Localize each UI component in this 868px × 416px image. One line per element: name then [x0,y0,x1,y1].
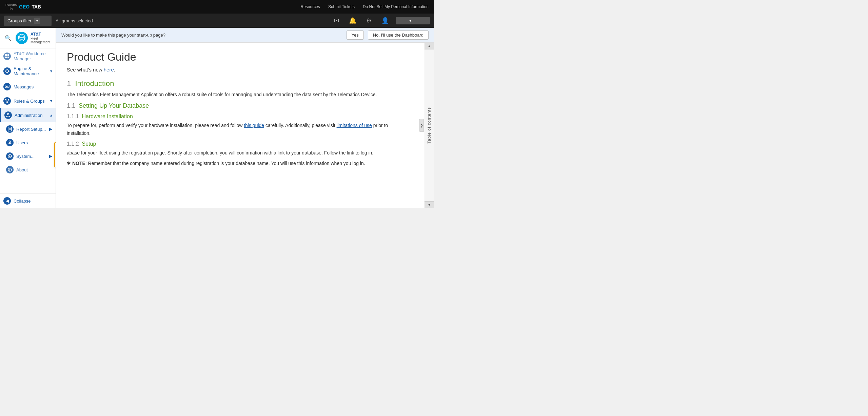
svg-point-15 [5,99,6,100]
do-not-sell-link[interactable]: Do Not Sell My Personal Information [363,4,429,9]
sidebar-item-att-workforce[interactable]: AT&T Workforce Manager [0,50,56,63]
section112-heading: 1.1.2 Setup [67,141,408,147]
sidebar-item-administration[interactable]: Administration ▴ [0,108,56,122]
svg-point-9 [6,70,8,72]
section1-title: Introduction [75,79,114,88]
email-icon-button[interactable]: ✉ [331,15,342,26]
svg-point-17 [6,102,8,103]
att-workforce-icon [3,53,11,60]
user-icon-button[interactable]: 👤 [380,15,391,26]
section112-text: abase for your fleet using the registrat… [67,149,408,157]
powered-by-text: Powered by [5,3,18,11]
toc-collapse-button[interactable]: ❯ [419,119,424,132]
system-label: System... [16,154,46,159]
toc-collapse-arrow-icon: ❯ [420,123,423,128]
svg-line-18 [6,100,7,102]
svg-rect-10 [7,69,7,70]
administration-chevron-icon: ▴ [50,113,52,118]
sidebar-collapse-button[interactable]: ◀ Collapse [0,193,56,208]
main-content: Would you like to make this page your st… [56,28,434,208]
this-guide-link[interactable]: this guide [244,123,264,128]
geotab-logo: Powered by GEO TAB [5,3,53,11]
submit-tickets-link[interactable]: Submit Tickets [328,4,355,9]
section111-heading: 1.1.1 Hardware Installation [67,113,408,120]
startup-bar: Would you like to make this page your st… [56,28,434,43]
sidebar-item-engine-maintenance[interactable]: Engine & Maintenance ▾ [0,63,56,80]
groups-filter-chevron-icon: ▾ [34,18,40,24]
svg-point-20 [7,113,9,115]
groups-selected-text: All groups selected [56,18,93,23]
engine-maintenance-chevron-icon: ▾ [50,69,52,74]
logo-area: Powered by GEO TAB [5,3,53,11]
here-link[interactable]: here [104,67,114,72]
svg-text:TAB: TAB [32,4,41,9]
svg-rect-11 [7,72,7,74]
resources-link[interactable]: Resources [301,4,320,9]
groups-filter-label: Groups filter [7,18,32,23]
user-name-label [399,18,407,23]
sidebar-item-messages[interactable]: Messages [0,80,56,94]
user-menu-button[interactable]: ▾ [396,17,430,24]
startup-prompt-text: Would you like to make this page your st… [61,33,342,38]
att-logo [16,32,28,44]
toc-sidebar: ▲ Table of contents ▼ [424,43,434,208]
scroll-up-button[interactable]: ▲ [425,43,434,49]
section11-title: Setting Up Your Database [79,102,149,109]
user-menu-chevron-icon: ▾ [409,18,411,23]
section1-heading: 1 Introduction [67,79,408,88]
search-button[interactable]: 🔍 [3,33,13,43]
system-chevron-icon: ▶ [49,154,52,159]
scroll-down-button[interactable]: ▼ [425,201,434,208]
rules-groups-chevron-icon: ▾ [50,99,52,103]
report-setup-chevron-icon: ▶ [49,127,52,131]
section11-num: 1.1 [67,102,75,109]
org-name: AT&T [31,32,52,37]
sidebar-item-rules-groups[interactable]: Rules & Groups ▾ [0,94,56,108]
sidebar-subitem-report-setup[interactable]: Report Setup... ▶ [0,122,56,136]
settings-icon-button[interactable]: ⚙ [363,15,374,26]
sidebar-subitem-about[interactable]: i About [0,163,56,176]
note-star-icon: ✱ [67,161,71,166]
section112-title: Setup [82,141,96,147]
administration-icon [4,111,12,119]
sidebar: 🔍 AT&T Fleet Management [0,28,56,208]
header-icons-group: ✉ 🔔 ⚙ 👤 ▾ [331,15,430,26]
svg-rect-13 [8,71,9,71]
sidebar-subitem-system[interactable]: System... ▶ [0,149,56,163]
sidebar-subitem-users[interactable]: Users [0,136,56,149]
svg-rect-7 [5,57,7,58]
svg-point-24 [9,141,11,143]
no-startup-button[interactable]: No, I'll use the Dashboard [368,30,429,40]
att-logo-icon [18,34,25,42]
svg-rect-12 [5,71,6,71]
collapse-icon: ◀ [3,197,11,205]
search-icon: 🔍 [5,35,12,41]
system-icon [6,152,14,160]
note-text: ✱ NOTE: Remember that the company name e… [67,160,408,167]
content-area: Product Guide See what's new here. 1 Int… [56,43,424,208]
svg-rect-21 [8,127,12,131]
user-icon: 👤 [381,17,389,24]
rules-groups-icon [3,97,11,105]
limitations-link[interactable]: limitations of use [337,123,372,128]
section1-num: 1 [67,79,71,88]
groups-bar: Groups filter ▾ All groups selected ✉ 🔔 … [0,14,434,28]
notifications-icon-button[interactable]: 🔔 [347,15,358,26]
svg-rect-8 [7,57,9,58]
bell-icon: 🔔 [349,17,356,24]
section111-text: To prepare for, perform and verify your … [67,122,408,137]
svg-point-26 [9,155,11,157]
svg-rect-5 [5,54,7,56]
messages-label: Messages [14,84,52,89]
email-icon: ✉ [334,17,339,24]
groups-filter-button[interactable]: Groups filter ▾ [4,16,52,26]
section111-title: Hardware Installation [82,113,133,119]
report-setup-icon [6,125,14,133]
report-setup-label: Report Setup... [16,127,46,132]
top-nav-links: Resources Submit Tickets Do Not Sell My … [301,4,429,9]
toc-label-area: Table of contents [425,49,434,201]
svg-text:i: i [9,168,11,171]
yes-startup-button[interactable]: Yes [347,30,364,40]
note-label: NOTE [72,161,85,166]
section111-num: 1.1.1 [67,113,79,119]
